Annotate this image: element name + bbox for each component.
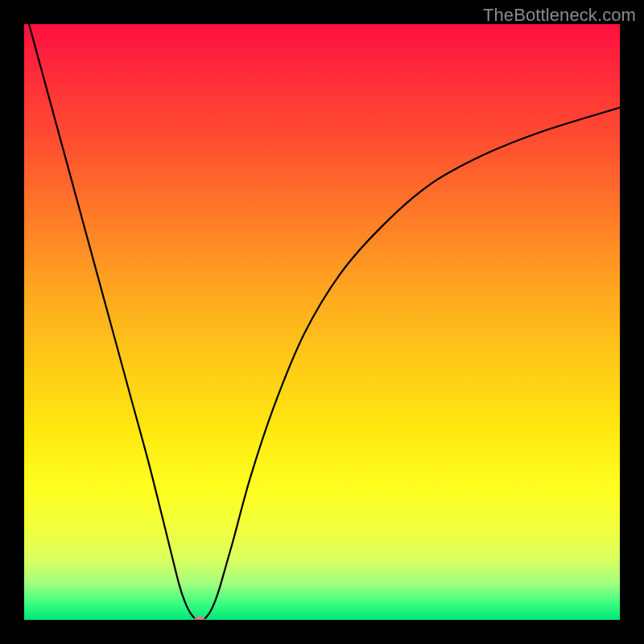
watermark-text: TheBottleneck.com — [483, 5, 636, 26]
bottleneck-chart — [24, 24, 620, 620]
chart-svg — [24, 24, 620, 620]
optimal-point-marker — [194, 616, 205, 620]
bottleneck-curve-line — [24, 24, 620, 620]
